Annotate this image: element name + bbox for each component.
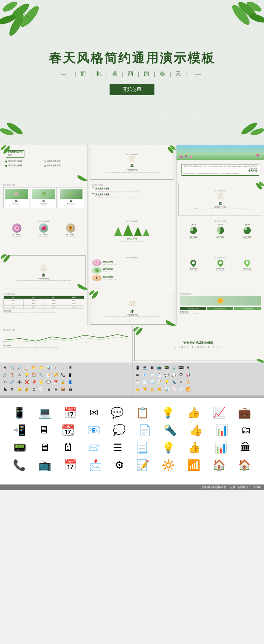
start-button[interactable]: 开始使用	[110, 84, 154, 95]
years-slide: 输入您的主标题 2019 春天的味道 The PPT template 2019…	[177, 218, 264, 254]
loc-pin-3	[244, 260, 250, 267]
spring-come-text: The PPT template for the true hub design…	[183, 172, 257, 175]
yr-2016: 2016	[44, 342, 47, 343]
flower-icon: 🌼	[217, 298, 224, 304]
cp-title: 输入您的主标题	[3, 220, 84, 222]
ppt-icons-panel: 📱 💻 🖥 📺 📟 📡 ⌨ 🖱 ✉ 📧 📨 📩 💬 💭 🗨 📢 📋 📄 📃 📝 …	[133, 363, 264, 395]
li-page: 📄	[138, 424, 151, 436]
li-mail: ✉	[89, 406, 98, 419]
loc-item-2: 春天的味道 The PPT template	[215, 260, 225, 271]
leaf-tl-thanks	[133, 326, 144, 336]
sm-text-2: 春天的味道 The PPT template for hub	[103, 268, 116, 273]
chapter2-num: 贰	[217, 191, 224, 201]
large-icon-row-3: 📟 🖥 🗓 📨 ☰ 📃 💡 👍 📊 🏛	[7, 441, 257, 454]
chapter3-num: 叁	[40, 263, 47, 273]
table-slide: 输入您的主标题 2015 2016 2017 2018 134623403456…	[0, 290, 87, 326]
li-doc: 📋	[136, 406, 149, 419]
sm-text-1: 春天的味道 The PPT template for hub	[103, 260, 116, 265]
sm-img-3: ☀	[92, 275, 102, 281]
li-tv: 📺	[38, 459, 51, 471]
si-2: 🔍	[9, 365, 15, 370]
svg-point-18	[78, 174, 86, 181]
svg-point-27	[192, 261, 195, 264]
donut-3	[244, 227, 251, 234]
li-monitor: 🖥	[39, 441, 50, 454]
yr3-label: 2019	[243, 223, 252, 226]
cb-text-2: 添加您的主标题 The PPT template for the true hu…	[95, 193, 140, 198]
hero-slide: 春天风格简约通用演示模板 — ｜拥｜抱｜美｜丽｜的｜春｜天｜ — 开始使用	[0, 0, 264, 145]
cp-text-3: The PPT true hub	[66, 235, 75, 237]
sc-title: 输入您的主标题	[3, 184, 84, 186]
li-torch: 🔦	[164, 424, 177, 436]
tri-1	[114, 227, 122, 236]
sm-title: 输入您的主标题	[92, 256, 173, 258]
li-gear: ⚙	[115, 459, 124, 471]
chapter4-num: 肆	[128, 299, 136, 309]
sm-text-3: 春天的味道 The PPT template for hub	[103, 276, 116, 280]
circle-item-3: 🌻 春天的味道 The PPT true hub	[66, 223, 75, 237]
leaf-br-thanks	[254, 354, 264, 363]
gb-title: 输入您的主标题	[180, 293, 261, 295]
watermark-bar: 众图网 精品素材·每日更新 作品编号：1161183	[0, 484, 264, 490]
si-8: ↑	[53, 365, 59, 370]
watermark-text: 众图网 精品素材·每日更新 作品编号：1161183	[201, 485, 261, 489]
item-label-4: 添加您的主标题	[47, 164, 61, 167]
icon-row-4: 🏗 ⚙ 🔔 💰 🗓 📈 🖥 🖨 📦 🏛	[2, 386, 130, 392]
ch3-body: The PPT template for the true hub design…	[12, 279, 75, 281]
si-13: ⚠	[16, 372, 22, 378]
ppi-4: 📺	[156, 365, 162, 370]
ppi-13: 💬	[164, 372, 170, 378]
loc-pin-2	[217, 260, 223, 267]
hero-title: 春天风格简约通用演示模板	[49, 50, 215, 67]
leaf-tl-ch4	[88, 290, 100, 300]
yr1-body: The PPT template	[189, 238, 198, 240]
si-38: 🖨	[53, 386, 59, 392]
cb-text-1: 添加您的主标题 The PPT template for the true hu…	[95, 187, 140, 192]
sm-body-2: The PPT template for hub	[103, 271, 116, 273]
frame-corner-br	[255, 136, 261, 142]
card1-title: 春	[5, 199, 28, 203]
li-laptop: 💻	[38, 406, 51, 419]
si-17: 📝	[46, 372, 51, 378]
si-22: 🔗	[9, 379, 15, 385]
item-label-2: 添加您的主标题	[47, 160, 61, 162]
chapter3-cn: 叁	[42, 273, 45, 278]
si-26: ⭐	[38, 379, 44, 385]
gb-body: The PPT template for the true hub	[180, 313, 261, 314]
chapter4-slide: 肆 肆 添加您的主标题 The PPT template for the tru…	[88, 290, 176, 326]
td-24: 3567	[64, 302, 84, 306]
cb-label-2: 添加您的主标题	[95, 193, 140, 196]
circle-photos-slide: 输入您的主标题 🌸 春天的味道 The PPT true hub 🌺 春天的味道…	[0, 218, 87, 254]
ppi-1: 📱	[135, 365, 141, 370]
yr-2017: 2017	[85, 342, 87, 343]
th-3: 2017	[44, 296, 64, 299]
si-9: ↓	[60, 365, 66, 370]
location-items: 春天的味道 The PPT template 春天的味道 The PPT tem…	[180, 260, 261, 271]
chapter3-slide: 叁 叁 添加您的主标题 The PPT template for the tru…	[0, 254, 87, 290]
si-20: 📱	[67, 372, 73, 378]
hero-subtitle: — ｜拥｜抱｜美｜丽｜的｜春｜天｜ —	[61, 71, 203, 77]
leaf-br-ch4	[166, 318, 176, 326]
ppi-28: 👏	[156, 386, 162, 392]
svg-point-33	[166, 319, 174, 326]
sm-item-2: 🌿 春天的味道 The PPT template for hub	[92, 267, 173, 274]
li-menu: ☰	[113, 441, 122, 454]
ppi-25: 👍	[135, 386, 141, 392]
wave-chart: 2015 2016 2017 2018	[3, 332, 128, 343]
sm-img-2: 🌿	[92, 267, 102, 274]
li-home: 🏠	[213, 459, 226, 471]
ppt-icon-row-1: 📱 💻 🖥 📺 📟 📡 ⌨ 🖱	[135, 365, 262, 370]
section-divider	[0, 395, 264, 398]
ppi-27: ✌	[149, 386, 155, 392]
ppi-14: 💭	[171, 372, 177, 378]
chapter1-subtitle: 添加您的主标题	[123, 169, 141, 171]
ppi-15: 🗨	[178, 372, 184, 378]
mt-title: 输入您的主标题	[92, 220, 173, 222]
si-3: 🔎	[16, 365, 22, 370]
spring-mood-items: 🌸 春天的味道 The PPT template for hub 🌿 春天的味道…	[92, 259, 173, 281]
slide-row-4: 叁 叁 添加您的主标题 The PPT template for the tru…	[0, 254, 264, 290]
checkbox-2	[92, 193, 94, 196]
si-6: 📁	[38, 365, 44, 370]
yr2-label: 2019	[215, 223, 225, 226]
item-label-3: 添加您的主标题	[8, 164, 22, 167]
